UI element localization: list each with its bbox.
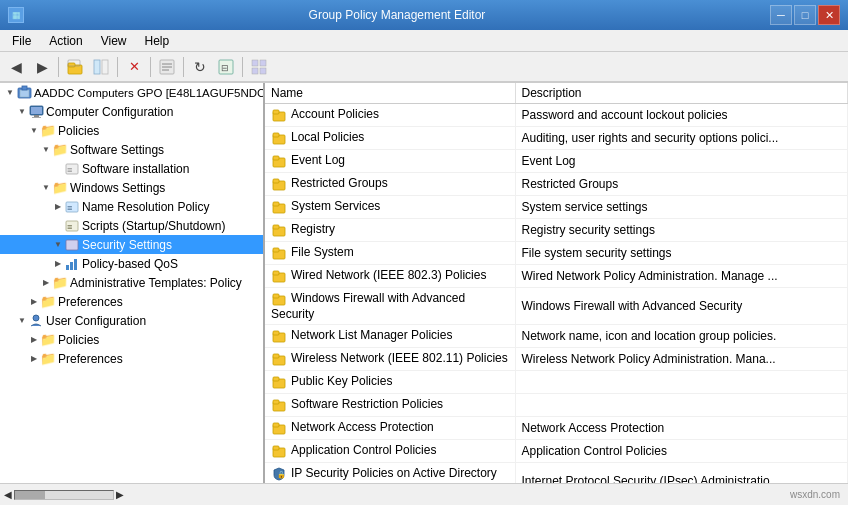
user-preferences-icon: 📁	[40, 351, 56, 367]
detail-scroll[interactable]: Name Description Account PoliciesPasswor…	[265, 83, 848, 483]
table-cell-description: Internet Protocol Security (IPsec) Admin…	[515, 463, 848, 484]
forward-button[interactable]: ▶	[30, 55, 54, 79]
table-cell-name: Public Key Policies	[265, 371, 515, 394]
expand-preferences-comp[interactable]: ▶	[28, 296, 40, 308]
expand-admin-templates[interactable]: ▶	[40, 277, 52, 289]
svg-point-32	[33, 315, 39, 321]
expand-windows-settings[interactable]: ▼	[40, 182, 52, 194]
tree-item-root[interactable]: ▼ AADDC Computers GPO [E48L1AGUF5NDC	[0, 83, 263, 102]
table-cell-name: Local Policies	[265, 127, 515, 150]
row-icon	[271, 153, 287, 169]
expand-software-settings[interactable]: ▼	[40, 144, 52, 156]
scroll-thumb[interactable]	[15, 491, 45, 499]
title-bar-left: ▦	[8, 7, 24, 23]
menu-file[interactable]: File	[4, 32, 39, 50]
table-cell-name: Registry	[265, 219, 515, 242]
maximize-button[interactable]: □	[794, 5, 816, 25]
svg-text:≡: ≡	[67, 165, 72, 175]
table-row[interactable]: File SystemFile system security settings	[265, 242, 848, 265]
delete-button[interactable]: ✕	[122, 55, 146, 79]
tree-item-name-resolution[interactable]: ▶ ≡ Name Resolution Policy	[0, 197, 263, 216]
scroll-right-button[interactable]: ▶	[116, 489, 124, 500]
table-cell-name: Network Access Protection	[265, 417, 515, 440]
expand-root[interactable]: ▼	[4, 87, 16, 99]
tree-item-scripts[interactable]: ▶ ≡ Scripts (Startup/Shutdown)	[0, 216, 263, 235]
table-cell-name-text: IP Security Policies on Active Directory…	[271, 466, 497, 483]
table-cell-name-text: System Services	[291, 199, 380, 213]
table-row[interactable]: Windows Firewall with Advanced SecurityW…	[265, 288, 848, 325]
expand-user-preferences[interactable]: ▶	[28, 353, 40, 365]
menu-action[interactable]: Action	[41, 32, 90, 50]
policies-icon: 📁	[40, 123, 56, 139]
table-row[interactable]: Software Restriction Policies	[265, 394, 848, 417]
minimize-button[interactable]: ─	[770, 5, 792, 25]
preferences-comp-label: Preferences	[58, 295, 123, 309]
expand-policies[interactable]: ▼	[28, 125, 40, 137]
table-row[interactable]: RegistryRegistry security settings	[265, 219, 848, 242]
tree-item-windows-settings[interactable]: ▼ 📁 Windows Settings	[0, 178, 263, 197]
scroll-track[interactable]	[14, 490, 114, 500]
table-row[interactable]: Application Control PoliciesApplication …	[265, 440, 848, 463]
show-hide-button[interactable]	[89, 55, 113, 79]
detail-panel: Name Description Account PoliciesPasswor…	[265, 83, 848, 483]
tree-item-policies[interactable]: ▼ 📁 Policies	[0, 121, 263, 140]
status-bar: ◀ ▶ wsxdn.com	[0, 483, 848, 505]
table-row[interactable]: 🔒IP Security Policies on Active Director…	[265, 463, 848, 484]
tree-item-user-config[interactable]: ▼ User Configuration	[0, 311, 263, 330]
col-header-description[interactable]: Description	[515, 83, 848, 104]
tree-item-software-settings[interactable]: ▼ 📁 Software Settings	[0, 140, 263, 159]
menu-view[interactable]: View	[93, 32, 135, 50]
table-row[interactable]: Account PoliciesPassword and account loc…	[265, 104, 848, 127]
scroll-left-button[interactable]: ◀	[4, 489, 12, 500]
table-row[interactable]: Event LogEvent Log	[265, 150, 848, 173]
svg-rect-19	[31, 107, 42, 114]
tree-item-policy-qos[interactable]: ▶ Policy-based QoS	[0, 254, 263, 273]
table-cell-description: Wireless Network Policy Administration. …	[515, 348, 848, 371]
software-install-icon: ≡	[64, 161, 80, 177]
close-button[interactable]: ✕	[818, 5, 840, 25]
expand-name-resolution[interactable]: ▶	[52, 201, 64, 213]
refresh-button[interactable]: ↻	[188, 55, 212, 79]
back-button[interactable]: ◀	[4, 55, 28, 79]
tree-item-user-policies[interactable]: ▶ 📁 Policies	[0, 330, 263, 349]
table-row[interactable]: Public Key Policies	[265, 371, 848, 394]
properties-button[interactable]	[155, 55, 179, 79]
up-button[interactable]	[63, 55, 87, 79]
expand-comp-config[interactable]: ▼	[16, 106, 28, 118]
table-row[interactable]: Wired Network (IEEE 802.3) PoliciesWired…	[265, 265, 848, 288]
toolbar-separator-3	[150, 57, 151, 77]
svg-rect-13	[252, 68, 258, 74]
table-row[interactable]: Wireless Network (IEEE 802.11) PoliciesW…	[265, 348, 848, 371]
col-header-name[interactable]: Name	[265, 83, 515, 104]
table-row[interactable]: Restricted GroupsRestricted Groups	[265, 173, 848, 196]
table-row[interactable]: Network List Manager PoliciesNetwork nam…	[265, 325, 848, 348]
tree-item-admin-templates[interactable]: ▶ 📁 Administrative Templates: Policy	[0, 273, 263, 292]
expand-policy-qos[interactable]: ▶	[52, 258, 64, 270]
export-button[interactable]: ⊟	[214, 55, 238, 79]
table-cell-description	[515, 394, 848, 417]
table-cell-name: 🔒IP Security Policies on Active Director…	[265, 463, 515, 484]
tree-item-software-install[interactable]: ▶ ≡ Software installation	[0, 159, 263, 178]
table-cell-name-text: Network List Manager Policies	[291, 328, 452, 342]
table-row[interactable]: Network Access ProtectionNetwork Access …	[265, 417, 848, 440]
tree-item-security-settings[interactable]: ▼ Security Settings	[0, 235, 263, 254]
expand-user-config[interactable]: ▼	[16, 315, 28, 327]
tree-item-preferences-comp[interactable]: ▶ 📁 Preferences	[0, 292, 263, 311]
table-cell-name: Wireless Network (IEEE 802.11) Policies	[265, 348, 515, 371]
row-icon	[271, 420, 287, 436]
policy-qos-label: Policy-based QoS	[82, 257, 178, 271]
table-cell-description: Event Log	[515, 150, 848, 173]
menu-help[interactable]: Help	[137, 32, 178, 50]
svg-text:≡: ≡	[67, 222, 72, 232]
table-row[interactable]: System ServicesSystem service settings	[265, 196, 848, 219]
row-icon	[271, 374, 287, 390]
expand-user-policies[interactable]: ▶	[28, 334, 40, 346]
table-row[interactable]: Local PoliciesAuditing, user rights and …	[265, 127, 848, 150]
view-button[interactable]	[247, 55, 271, 79]
tree-item-comp-config[interactable]: ▼ Computer Configuration	[0, 102, 263, 121]
horizontal-scrollbar[interactable]: ◀ ▶	[4, 489, 124, 500]
expand-security-settings[interactable]: ▼	[52, 239, 64, 251]
table-cell-description: Application Control Policies	[515, 440, 848, 463]
tree-item-user-preferences[interactable]: ▶ 📁 Preferences	[0, 349, 263, 368]
svg-rect-42	[273, 202, 279, 206]
